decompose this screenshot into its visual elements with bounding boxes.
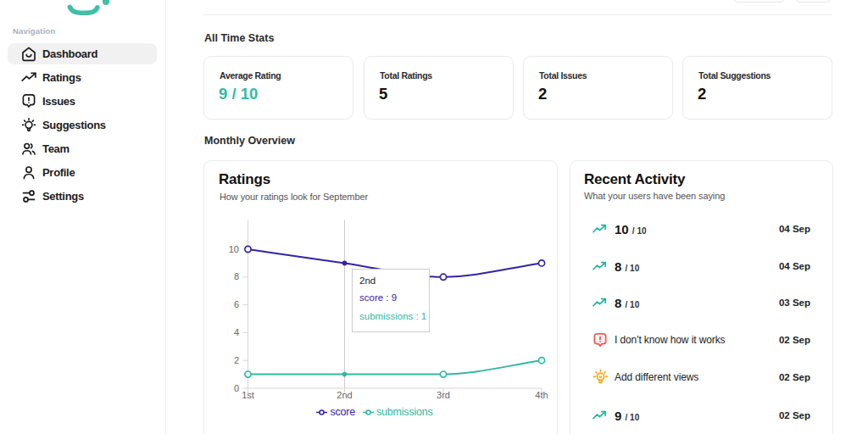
svg-text:2nd: 2nd (337, 390, 352, 400)
svg-text:1st: 1st (242, 390, 254, 400)
svg-text:4th: 4th (535, 390, 548, 400)
svg-text:6: 6 (234, 299, 239, 309)
svg-text:2: 2 (234, 355, 239, 365)
svg-text:8: 8 (234, 271, 239, 281)
svg-text:10: 10 (229, 244, 239, 254)
svg-text:4: 4 (234, 327, 239, 337)
svg-text:3rd: 3rd (437, 390, 450, 400)
svg-text:0: 0 (234, 383, 239, 393)
